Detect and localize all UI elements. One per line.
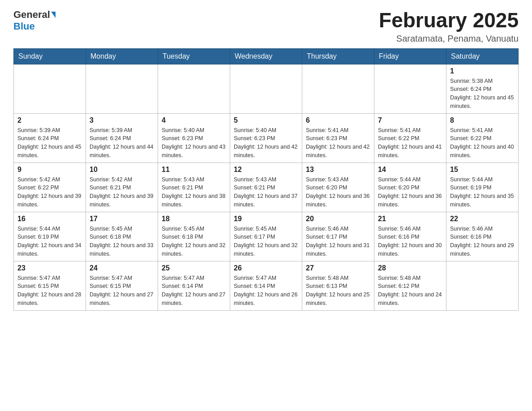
calendar-cell: 25Sunrise: 5:47 AMSunset: 6:14 PMDayligh… bbox=[158, 261, 230, 310]
logo: General Blue bbox=[13, 9, 56, 32]
calendar-cell: 7Sunrise: 5:41 AMSunset: 6:22 PMDaylight… bbox=[374, 113, 446, 163]
day-number: 27 bbox=[306, 264, 370, 272]
day-number: 23 bbox=[17, 264, 82, 272]
day-info: Sunrise: 5:47 AMSunset: 6:15 PMDaylight:… bbox=[90, 274, 154, 308]
calendar-cell: 26Sunrise: 5:47 AMSunset: 6:14 PMDayligh… bbox=[230, 261, 302, 310]
weekday-header-sunday: Sunday bbox=[14, 48, 86, 64]
week-row-3: 16Sunrise: 5:44 AMSunset: 6:19 PMDayligh… bbox=[14, 212, 519, 261]
day-number: 21 bbox=[378, 215, 442, 223]
day-info: Sunrise: 5:47 AMSunset: 6:14 PMDaylight:… bbox=[162, 274, 226, 308]
week-row-1: 2Sunrise: 5:39 AMSunset: 6:24 PMDaylight… bbox=[14, 113, 519, 163]
calendar-cell: 8Sunrise: 5:41 AMSunset: 6:22 PMDaylight… bbox=[446, 113, 519, 163]
calendar-cell: 18Sunrise: 5:45 AMSunset: 6:18 PMDayligh… bbox=[158, 212, 230, 261]
day-number: 26 bbox=[234, 264, 298, 272]
day-number: 16 bbox=[17, 215, 82, 223]
day-info: Sunrise: 5:41 AMSunset: 6:23 PMDaylight:… bbox=[306, 126, 370, 160]
calendar-title: February 2025 bbox=[379, 9, 519, 32]
calendar-cell bbox=[302, 64, 374, 113]
calendar-cell: 16Sunrise: 5:44 AMSunset: 6:19 PMDayligh… bbox=[14, 212, 86, 261]
day-info: Sunrise: 5:42 AMSunset: 6:21 PMDaylight:… bbox=[90, 176, 154, 209]
day-info: Sunrise: 5:44 AMSunset: 6:20 PMDaylight:… bbox=[378, 176, 442, 209]
day-number: 17 bbox=[90, 215, 154, 223]
day-info: Sunrise: 5:47 AMSunset: 6:15 PMDaylight:… bbox=[17, 274, 82, 308]
calendar-cell bbox=[446, 261, 519, 310]
day-number: 24 bbox=[90, 264, 154, 272]
day-info: Sunrise: 5:39 AMSunset: 6:24 PMDaylight:… bbox=[90, 126, 154, 160]
day-number: 7 bbox=[378, 116, 442, 124]
logo-arrow-icon bbox=[51, 12, 56, 18]
weekday-header-saturday: Saturday bbox=[446, 48, 519, 64]
logo-general-text: General bbox=[13, 9, 56, 21]
calendar-cell: 6Sunrise: 5:41 AMSunset: 6:23 PMDaylight… bbox=[302, 113, 374, 163]
calendar-cell: 2Sunrise: 5:39 AMSunset: 6:24 PMDaylight… bbox=[14, 113, 86, 163]
day-info: Sunrise: 5:46 AMSunset: 6:17 PMDaylight:… bbox=[306, 225, 370, 258]
calendar-cell: 24Sunrise: 5:47 AMSunset: 6:15 PMDayligh… bbox=[86, 261, 158, 310]
day-number: 13 bbox=[306, 166, 370, 174]
day-number: 2 bbox=[17, 116, 82, 124]
calendar-cell: 27Sunrise: 5:48 AMSunset: 6:13 PMDayligh… bbox=[302, 261, 374, 310]
calendar-cell: 22Sunrise: 5:46 AMSunset: 6:16 PMDayligh… bbox=[446, 212, 519, 261]
calendar-cell: 20Sunrise: 5:46 AMSunset: 6:17 PMDayligh… bbox=[302, 212, 374, 261]
weekday-header-wednesday: Wednesday bbox=[230, 48, 302, 64]
calendar-cell: 15Sunrise: 5:44 AMSunset: 6:19 PMDayligh… bbox=[446, 163, 519, 212]
calendar-cell: 21Sunrise: 5:46 AMSunset: 6:16 PMDayligh… bbox=[374, 212, 446, 261]
day-number: 19 bbox=[234, 215, 298, 223]
calendar-cell: 10Sunrise: 5:42 AMSunset: 6:21 PMDayligh… bbox=[86, 163, 158, 212]
day-number: 25 bbox=[162, 264, 226, 272]
calendar-header: SundayMondayTuesdayWednesdayThursdayFrid… bbox=[14, 48, 519, 64]
logo-general-word: General bbox=[13, 9, 50, 21]
day-info: Sunrise: 5:46 AMSunset: 6:16 PMDaylight:… bbox=[450, 225, 515, 258]
calendar-body: 1Sunrise: 5:38 AMSunset: 6:24 PMDaylight… bbox=[14, 64, 519, 310]
day-number: 22 bbox=[450, 215, 515, 223]
week-row-0: 1Sunrise: 5:38 AMSunset: 6:24 PMDaylight… bbox=[14, 64, 519, 113]
day-number: 9 bbox=[17, 166, 82, 174]
weekday-header-tuesday: Tuesday bbox=[158, 48, 230, 64]
day-number: 3 bbox=[90, 116, 154, 124]
calendar-cell: 5Sunrise: 5:40 AMSunset: 6:23 PMDaylight… bbox=[230, 113, 302, 163]
calendar-cell: 19Sunrise: 5:45 AMSunset: 6:17 PMDayligh… bbox=[230, 212, 302, 261]
day-info: Sunrise: 5:43 AMSunset: 6:21 PMDaylight:… bbox=[234, 176, 298, 209]
day-info: Sunrise: 5:43 AMSunset: 6:21 PMDaylight:… bbox=[162, 176, 226, 209]
calendar-cell: 3Sunrise: 5:39 AMSunset: 6:24 PMDaylight… bbox=[86, 113, 158, 163]
day-info: Sunrise: 5:43 AMSunset: 6:20 PMDaylight:… bbox=[306, 176, 370, 209]
title-block: February 2025 Saratamata, Penama, Vanuat… bbox=[379, 9, 519, 44]
calendar-cell: 1Sunrise: 5:38 AMSunset: 6:24 PMDaylight… bbox=[446, 64, 519, 113]
weekday-header-friday: Friday bbox=[374, 48, 446, 64]
day-number: 20 bbox=[306, 215, 370, 223]
day-number: 14 bbox=[378, 166, 442, 174]
day-number: 28 bbox=[378, 264, 442, 272]
logo-blue-text: Blue bbox=[13, 21, 35, 32]
calendar-cell: 4Sunrise: 5:40 AMSunset: 6:23 PMDaylight… bbox=[158, 113, 230, 163]
calendar-cell: 14Sunrise: 5:44 AMSunset: 6:20 PMDayligh… bbox=[374, 163, 446, 212]
day-number: 5 bbox=[234, 116, 298, 124]
calendar-cell bbox=[86, 64, 158, 113]
day-number: 10 bbox=[90, 166, 154, 174]
day-number: 8 bbox=[450, 116, 515, 124]
day-info: Sunrise: 5:42 AMSunset: 6:22 PMDaylight:… bbox=[17, 176, 82, 209]
calendar-cell bbox=[158, 64, 230, 113]
week-row-4: 23Sunrise: 5:47 AMSunset: 6:15 PMDayligh… bbox=[14, 261, 519, 310]
calendar-cell: 28Sunrise: 5:48 AMSunset: 6:12 PMDayligh… bbox=[374, 261, 446, 310]
calendar-cell: 17Sunrise: 5:45 AMSunset: 6:18 PMDayligh… bbox=[86, 212, 158, 261]
day-number: 4 bbox=[162, 116, 226, 124]
calendar-cell: 12Sunrise: 5:43 AMSunset: 6:21 PMDayligh… bbox=[230, 163, 302, 212]
week-row-2: 9Sunrise: 5:42 AMSunset: 6:22 PMDaylight… bbox=[14, 163, 519, 212]
calendar-cell: 9Sunrise: 5:42 AMSunset: 6:22 PMDaylight… bbox=[14, 163, 86, 212]
day-info: Sunrise: 5:40 AMSunset: 6:23 PMDaylight:… bbox=[234, 126, 298, 160]
day-info: Sunrise: 5:40 AMSunset: 6:23 PMDaylight:… bbox=[162, 126, 226, 160]
calendar-cell bbox=[230, 64, 302, 113]
calendar-cell: 13Sunrise: 5:43 AMSunset: 6:20 PMDayligh… bbox=[302, 163, 374, 212]
day-number: 18 bbox=[162, 215, 226, 223]
weekday-header-thursday: Thursday bbox=[302, 48, 374, 64]
calendar-table: SundayMondayTuesdayWednesdayThursdayFrid… bbox=[13, 48, 519, 311]
calendar-cell: 23Sunrise: 5:47 AMSunset: 6:15 PMDayligh… bbox=[14, 261, 86, 310]
day-info: Sunrise: 5:45 AMSunset: 6:17 PMDaylight:… bbox=[234, 225, 298, 258]
calendar-subtitle: Saratamata, Penama, Vanuatu bbox=[379, 34, 519, 44]
page-header: General Blue February 2025 Saratamata, P… bbox=[13, 9, 519, 44]
calendar-cell bbox=[374, 64, 446, 113]
calendar-cell: 11Sunrise: 5:43 AMSunset: 6:21 PMDayligh… bbox=[158, 163, 230, 212]
day-number: 11 bbox=[162, 166, 226, 174]
weekday-header-monday: Monday bbox=[86, 48, 158, 64]
day-info: Sunrise: 5:38 AMSunset: 6:24 PMDaylight:… bbox=[450, 77, 515, 111]
day-number: 1 bbox=[450, 67, 515, 75]
